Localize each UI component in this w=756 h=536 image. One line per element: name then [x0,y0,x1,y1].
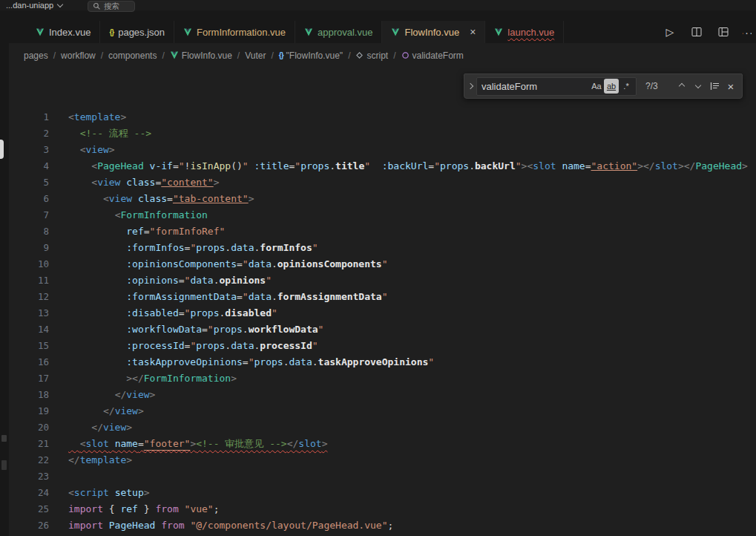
tab-approval-vue[interactable]: approval.vue [295,21,382,43]
breadcrumb-item-validateform[interactable]: validateForm [401,50,464,61]
line-content: :taskApproveOpinions="props.data.taskApp… [49,354,434,370]
code-token: ; [388,520,394,531]
find-input[interactable] [481,81,589,92]
code-token: > [249,193,254,204]
tab-index-vue[interactable]: Index.vue [27,21,100,43]
tab-flowinfo-vue[interactable]: FlowInfo.vue× [382,21,485,43]
code-line-10[interactable]: 10 :opinionsComponents="data.opinionsCom… [0,256,756,272]
code-token: :opinionsComponents [126,258,237,269]
code-line-17[interactable]: 17 ></FormInformation> [0,370,756,387]
code-token: v-if [150,160,173,171]
breadcrumb-item-script[interactable]: script [355,50,388,61]
code-token: "footer" [144,438,191,449]
code-line-9[interactable]: 9 :formInfos="props.data.formInfos" [0,240,756,256]
line-content: import { ref } from "vue"; [49,501,220,517]
breadcrumb-item-workflow[interactable]: workflow [61,50,96,61]
breadcrumb-item-vuter[interactable]: Vuter [245,50,266,61]
code-token: data [231,242,254,253]
titlebar-search-box[interactable]: 搜索 [88,1,135,12]
code-token: data [289,356,312,367]
breadcrumb-item--flowinfo-vue-[interactable]: {}"FlowInfo.vue" [279,50,343,61]
code-token: " [382,291,388,302]
tab-label: pages.json [118,27,165,38]
code-line-13[interactable]: 13 :disabled="props.disabled" [0,305,756,321]
code-line-5[interactable]: 5 <view class="content"> [0,174,756,191]
close-tab-icon[interactable]: × [470,27,476,37]
code-line-18[interactable]: 18 </view> [0,387,756,403]
code-token: " [312,242,318,253]
tab-pages-json[interactable]: {}pages.json [100,21,174,43]
code-token: <!-- 审批意见 --> [196,438,286,449]
more-actions-button[interactable]: ··· [743,24,752,40]
code-token: :disabled [126,307,178,318]
code-line-3[interactable]: 3 <view> [0,142,756,158]
code-line-22[interactable]: 22</template> [0,452,756,468]
code-line-21[interactable]: 21 <slot name="footer"><!-- 审批意见 --></sl… [0,436,756,452]
code-line-8[interactable]: 8 ref="formInfoRef" [0,223,756,240]
split-editor-button[interactable] [689,24,704,40]
code-token: slot [655,160,678,171]
tab-label: FlowInfo.vue [404,27,459,38]
json-braces-icon: {} [109,28,114,36]
breadcrumb-item-components[interactable]: components [108,50,157,61]
code-line-26[interactable]: 26import PageHead from "@/components/lay… [0,517,756,534]
editor: Aa ab .* ?/3 × 1<template>2 <!-- 流程 -->3… [0,68,756,536]
code-token: > [138,405,144,416]
tab-forminformation-vue[interactable]: FormInformation.vue [174,21,295,43]
activity-bar-mark [1,460,7,470]
code-token: > [150,389,156,400]
breadcrumb-label: workflow [61,50,96,61]
activity-bar-active-indicator [0,140,4,159]
code-line-4[interactable]: 4 <PageHead v-if="!isInApp()" :title="pr… [0,158,756,174]
breadcrumb-item-pages[interactable]: pages [24,50,48,61]
code-line-12[interactable]: 12 :formAssignmentData="data.formAssignm… [0,289,756,305]
code-line-7[interactable]: 7 <FormInformation [0,207,756,223]
find-next-button[interactable] [690,78,706,94]
workspace-title[interactable]: ...dan-uniapp [6,1,53,10]
code-token [68,389,115,400]
match-case-toggle[interactable]: Aa [589,79,604,94]
code-token [249,160,254,171]
breadcrumb-item-flowinfo-vue[interactable]: FlowInfo.vue [170,50,232,61]
code-token [68,209,115,220]
code-token: template [74,111,121,122]
code-line-1[interactable]: 1<template> [0,109,756,125]
editor-layout-button[interactable] [716,24,731,40]
code-line-23[interactable]: 23 [0,468,756,485]
code-token [68,226,126,237]
code-line-20[interactable]: 20 </view> [0,419,756,436]
find-close-button[interactable]: × [723,78,739,94]
whole-word-toggle[interactable]: ab [604,79,619,94]
tab-launch-vue[interactable]: launch.vue [485,21,564,43]
code-line-19[interactable]: 19 </view> [0,403,756,419]
code-token: view [103,422,126,433]
code-token: . [312,356,318,367]
code-token: formAssignmentData [277,291,382,302]
code-line-11[interactable]: 11 :opinions="data.opinions" [0,272,756,289]
code-line-2[interactable]: 2 <!-- 流程 --> [0,125,756,142]
code-token: " [243,258,249,269]
code-token: data [231,340,254,351]
code-token: = [144,226,150,237]
run-button[interactable]: ▷ [663,24,677,40]
code-line-16[interactable]: 16 :taskApproveOpinions="props.data.task… [0,354,756,370]
code-line-24[interactable]: 24<script setup> [0,485,756,501]
code-line-14[interactable]: 14 :workflowData="props.workflowData" [0,321,756,338]
code-token: workflowData [249,324,318,335]
code-token: . [272,291,277,302]
tab-label: launch.vue [507,27,554,38]
code-token: PageHead [695,160,742,171]
code-token: . [272,258,277,269]
find-previous-button[interactable] [674,78,690,94]
code-token: :formAssignmentData [126,291,237,302]
toggle-replace-button[interactable] [464,74,476,98]
code-line-6[interactable]: 6 <view class="tab-content"> [0,191,756,207]
code-token: slot [298,438,321,449]
code-line-15[interactable]: 15 :processId="props.data.processId" [0,338,756,354]
code-token: </ [68,454,80,465]
find-in-selection-button[interactable] [706,78,723,94]
regex-toggle[interactable]: .* [619,79,634,94]
code-token: < [68,111,74,122]
code-token: from [155,503,178,514]
code-line-25[interactable]: 25import { ref } from "vue"; [0,501,756,517]
